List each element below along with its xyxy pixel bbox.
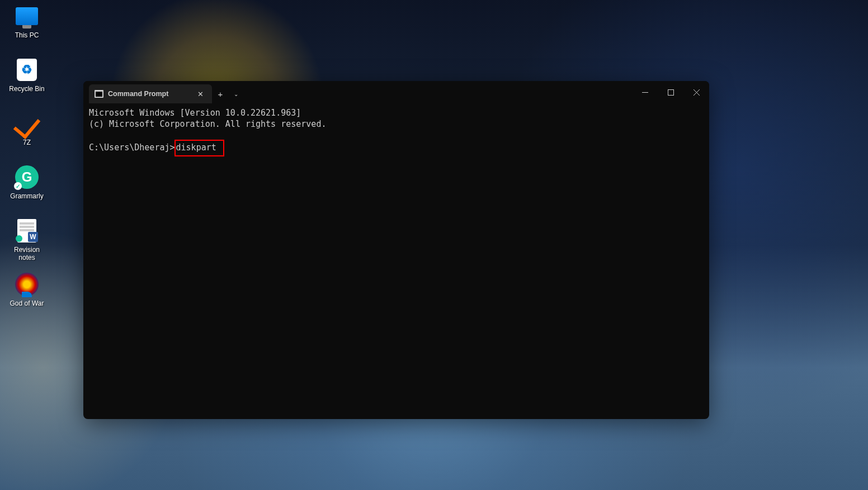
window-controls <box>632 81 709 103</box>
command-text: diskpart <box>176 142 216 153</box>
tab-title: Command Prompt <box>108 90 168 98</box>
bin-icon: ♻ <box>14 57 40 83</box>
highlighted-command: diskpart <box>174 140 224 156</box>
maximize-icon <box>668 89 674 96</box>
grammarly-icon[interactable]: G Grammarly <box>6 164 48 213</box>
terminal-icon <box>95 90 103 98</box>
minimize-icon <box>642 89 648 96</box>
desktop-icons-area: This PC ♻ Recycle Bin 7Z G Grammarly Rev… <box>0 0 54 329</box>
titlebar[interactable]: Command Prompt ✕ + ⌄ <box>83 81 709 103</box>
checkmark-icon <box>14 111 40 136</box>
command-prompt-window: Command Prompt ✕ + ⌄ Microsoft Windows [… <box>83 81 709 419</box>
seven-z-icon[interactable]: 7Z <box>6 111 48 160</box>
grammarly-logo-icon: G <box>14 164 40 190</box>
prompt-path: C:\Users\Dheeraj> <box>89 142 175 153</box>
icon-label: Revision notes <box>6 246 48 262</box>
close-icon <box>694 89 700 96</box>
monitor-icon <box>14 3 40 29</box>
tab-close-button[interactable]: ✕ <box>194 88 206 100</box>
prompt-line: C:\Users\Dheeraj>diskpart <box>89 140 704 156</box>
svg-rect-1 <box>668 89 673 95</box>
active-tab[interactable]: Command Prompt ✕ <box>89 84 212 103</box>
god-of-war-icon[interactable]: God of War <box>6 272 48 321</box>
close-button[interactable] <box>683 81 709 103</box>
copyright-line: (c) Microsoft Corporation. All rights re… <box>89 119 704 130</box>
this-pc-icon[interactable]: This PC <box>6 3 48 53</box>
icon-label: Recycle Bin <box>6 85 48 93</box>
icon-label: God of War <box>6 299 48 307</box>
minimize-button[interactable] <box>632 81 658 103</box>
game-icon <box>14 272 40 297</box>
recycle-bin-icon[interactable]: ♻ Recycle Bin <box>6 57 48 106</box>
maximize-button[interactable] <box>658 81 683 103</box>
revision-notes-icon[interactable]: Revision notes <box>6 218 48 267</box>
new-tab-button[interactable]: + <box>212 84 229 103</box>
version-line: Microsoft Windows [Version 10.0.22621.96… <box>89 108 704 119</box>
icon-label: 7Z <box>6 139 48 146</box>
tab-dropdown-button[interactable]: ⌄ <box>229 84 243 103</box>
word-document-icon <box>14 218 40 244</box>
icon-label: This PC <box>6 31 48 39</box>
icon-label: Grammarly <box>6 192 48 200</box>
terminal-body[interactable]: Microsoft Windows [Version 10.0.22621.96… <box>83 103 709 419</box>
